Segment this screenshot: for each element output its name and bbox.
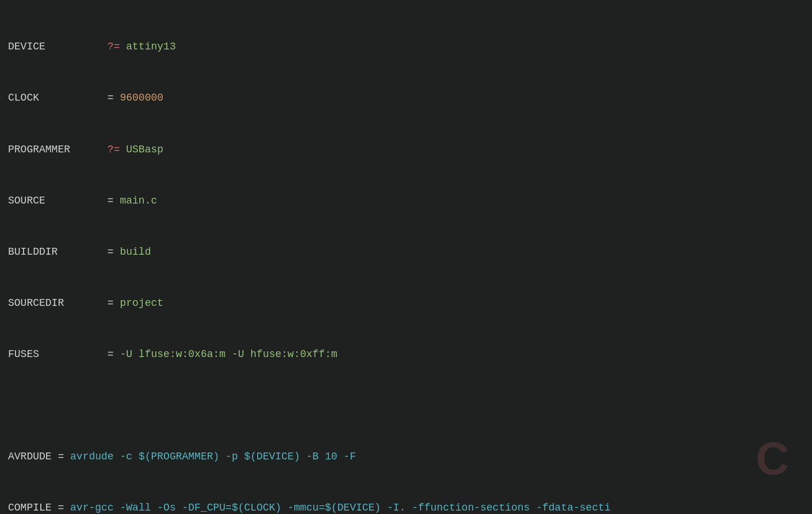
- line-sourcedir: SOURCEDIR = project: [8, 295, 812, 312]
- key-fuses: FUSES: [8, 348, 39, 360]
- line-source: SOURCE = main.c: [8, 193, 812, 210]
- line-compile: COMPILE = avr-gcc -Wall -Os -DF_CPU=$(CL…: [8, 500, 812, 514]
- op-programmer: ?=: [108, 144, 120, 155]
- op-compile: =: [58, 502, 64, 513]
- op-sourcedir: =: [108, 297, 114, 309]
- line-programmer: PROGRAMMER ?= USBasp: [8, 141, 812, 159]
- op-builddir: =: [108, 246, 114, 258]
- val-avrdude: avrdude -c $(PROGRAMMER) -p $(DEVICE) -B…: [70, 451, 356, 462]
- op-clock: =: [108, 92, 114, 103]
- op-avrdude: =: [58, 451, 64, 462]
- line-avrdude: AVRDUDE = avrdude -c $(PROGRAMMER) -p $(…: [8, 448, 812, 466]
- line-fuses: FUSES = -U lfuse:w:0x6a:m -U hfuse:w:0xf…: [8, 346, 812, 363]
- line-builddir: BUILDDIR = build: [8, 244, 812, 261]
- blank-1: [8, 397, 812, 415]
- val-compile: avr-gcc -Wall -Os -DF_CPU=$(CLOCK) -mmcu…: [70, 502, 611, 513]
- line-clock: CLOCK = 9600000: [8, 90, 812, 107]
- val-source: main.c: [120, 195, 157, 206]
- val-builddir: build: [120, 246, 151, 258]
- op-fuses: =: [108, 348, 114, 360]
- key-builddir: BUILDDIR: [8, 246, 58, 258]
- op-device: ?=: [108, 41, 120, 52]
- val-device: attiny13: [126, 41, 175, 52]
- val-programmer: USBasp: [126, 144, 163, 155]
- val-sourcedir: project: [120, 297, 163, 309]
- code-editor: DEVICE ?= attiny13 CLOCK = 9600000 PROGR…: [8, 5, 812, 514]
- key-programmer: PROGRAMMER: [8, 144, 70, 155]
- op-source: =: [108, 195, 114, 206]
- key-compile: COMPILE: [8, 502, 52, 513]
- val-fuses: -U lfuse:w:0x6a:m -U hfuse:w:0xff:m: [120, 348, 337, 360]
- line-device: DEVICE ?= attiny13: [8, 39, 812, 56]
- val-clock: 9600000: [120, 92, 163, 103]
- key-sourcedir: SOURCEDIR: [8, 297, 64, 309]
- key-avrdude: AVRDUDE: [8, 451, 52, 462]
- key-source: SOURCE: [8, 195, 45, 206]
- key-clock: CLOCK: [8, 92, 39, 103]
- key-device: DEVICE: [8, 41, 45, 52]
